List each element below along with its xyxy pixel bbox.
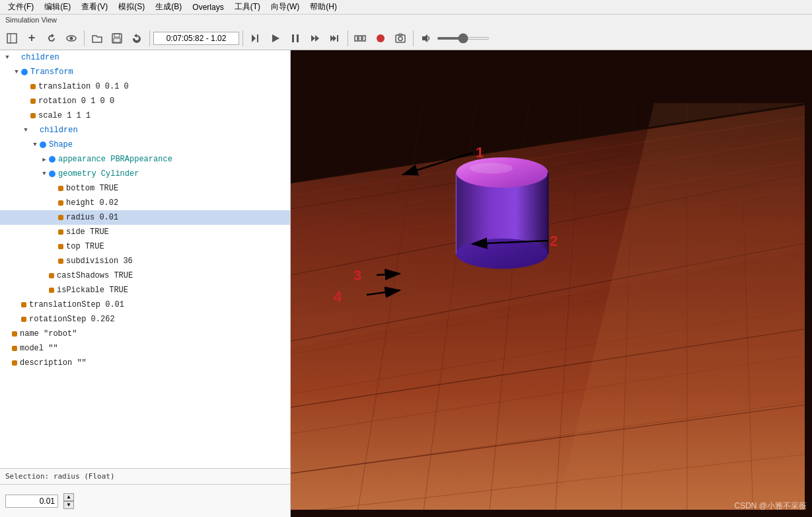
tree-node-scale[interactable]: scale 1 1 1 <box>0 108 290 123</box>
left-panel: ▼children▼Transform translation 0 0.1 0 … <box>0 50 291 517</box>
tree-node-isPickable[interactable]: isPickable TRUE <box>0 283 290 298</box>
speed-slider[interactable] <box>437 37 490 40</box>
tree-dot-subdivision <box>58 258 63 264</box>
tree-dot-radius <box>58 215 63 220</box>
status-bar: Selection: radius (Float) <box>0 468 290 484</box>
tree-node-translation[interactable]: translation 0 0.1 0 <box>0 79 290 94</box>
tree-dot-transform <box>21 69 28 75</box>
tree-dot-geometry <box>49 171 55 177</box>
tree-text-subdivision: subdivision 36 <box>66 257 133 266</box>
tree-node-rotationStep[interactable]: rotationStep 0.262 <box>0 312 290 327</box>
transport-record[interactable] <box>371 29 390 48</box>
toolbar: + 0:07:05:82 - 1.02 <box>0 26 812 50</box>
tree-dot-scale <box>30 113 36 118</box>
svg-rect-18 <box>359 36 361 41</box>
menu-overlays[interactable]: Overlays <box>187 0 229 14</box>
tree-text-description: description "" <box>20 358 87 368</box>
selection-status: Selection: radius (Float) <box>5 472 115 481</box>
tree-toggle-geometry[interactable]: ▼ <box>40 171 49 177</box>
svg-rect-8 <box>257 34 258 42</box>
tree-area[interactable]: ▼children▼Transform translation 0 0.1 0 … <box>0 50 290 468</box>
tree-dot-rotationStep <box>21 317 26 322</box>
svg-marker-24 <box>422 34 427 42</box>
tree-text-bottom: bottom TRUE <box>66 184 118 193</box>
3d-viewport[interactable]: 1 2 3 4 <box>291 50 812 517</box>
tree-dot-height <box>58 200 63 206</box>
menu-wizard[interactable]: 向导(W) <box>266 0 305 14</box>
tree-node-description[interactable]: description "" <box>0 356 290 370</box>
svg-marker-7 <box>252 34 256 42</box>
toolbar-folder[interactable] <box>88 29 106 48</box>
svg-point-3 <box>70 36 73 40</box>
tree-node-side[interactable]: side TRUE <box>0 225 290 239</box>
toolbar-panel-toggle[interactable] <box>3 29 21 48</box>
tree-dot-description <box>12 360 17 366</box>
tree-text-rotation: rotation 0 1 0 0 <box>38 97 114 106</box>
transport-ffwd[interactable] <box>306 29 324 48</box>
input-area: 0.01 ▲ ▼ <box>0 484 290 517</box>
svg-rect-16 <box>337 35 338 42</box>
transport-pause[interactable] <box>286 29 305 48</box>
transport-ffwd2[interactable] <box>326 29 344 48</box>
toolbar-save[interactable] <box>108 29 126 48</box>
tree-node-transform[interactable]: ▼Transform <box>0 65 290 79</box>
menu-help[interactable]: 帮助(H) <box>305 0 342 14</box>
spin-down[interactable]: ▼ <box>63 501 74 509</box>
tree-node-radius[interactable]: radius 0.01 <box>0 210 290 225</box>
transport-screenshot[interactable] <box>391 29 410 48</box>
tree-toggle-children-inner[interactable]: ▼ <box>21 127 30 134</box>
menubar: 文件(F) 编辑(E) 查看(V) 模拟(S) 生成(B) Overlays 工… <box>0 0 812 15</box>
toolbar-refresh[interactable] <box>42 29 61 48</box>
separator-1 <box>84 30 85 46</box>
tree-node-castShadows[interactable]: castShadows TRUE <box>0 268 290 283</box>
tree-text-shape: Shape <box>49 140 73 149</box>
svg-rect-0 <box>7 34 17 43</box>
tree-dot-model <box>12 346 17 351</box>
tree-node-top[interactable]: top TRUE <box>0 239 290 254</box>
toolbar-reset[interactable] <box>128 29 146 48</box>
tree-toggle-children-root[interactable]: ▼ <box>3 54 12 61</box>
tree-node-bottom[interactable]: bottom TRUE <box>0 181 290 196</box>
separator-4 <box>348 30 348 46</box>
tree-toggle-shape[interactable]: ▼ <box>30 141 40 148</box>
tree-text-isPickable: isPickable TRUE <box>57 286 128 295</box>
tree-node-name[interactable]: name "robot" <box>0 327 290 341</box>
spin-up[interactable]: ▲ <box>63 493 74 501</box>
main-layout: ▼children▼Transform translation 0 0.1 0 … <box>0 50 812 517</box>
svg-rect-21 <box>396 35 405 42</box>
menu-gen[interactable]: 生成(B) <box>150 0 187 14</box>
menu-view[interactable]: 查看(V) <box>76 0 113 14</box>
tree-text-side: side TRUE <box>66 227 109 237</box>
tree-text-radius: radius 0.01 <box>66 213 118 222</box>
tree-node-model[interactable]: model "" <box>0 341 290 356</box>
transport-play[interactable] <box>266 29 285 48</box>
tree-node-geometry[interactable]: ▼geometry Cylinder <box>0 167 290 181</box>
menu-tools[interactable]: 工具(T) <box>229 0 266 14</box>
svg-point-59 <box>470 163 513 173</box>
menu-sim[interactable]: 模拟(S) <box>113 0 150 14</box>
menu-edit[interactable]: 编辑(E) <box>39 0 76 14</box>
tree-dot-translation <box>30 84 36 89</box>
tree-node-children-inner[interactable]: ▼children <box>0 123 290 138</box>
value-input[interactable]: 0.01 <box>5 495 58 508</box>
tree-text-model: model "" <box>20 344 58 353</box>
menu-file[interactable]: 文件(F) <box>3 0 39 14</box>
transport-volume[interactable] <box>417 29 435 48</box>
transport-steps[interactable] <box>351 29 370 48</box>
tree-node-shape[interactable]: ▼Shape <box>0 138 290 152</box>
transport-start[interactable] <box>246 29 265 48</box>
tree-node-appearance[interactable]: ▶appearance PBRAppearance <box>0 152 290 167</box>
tree-toggle-transform[interactable]: ▼ <box>12 69 21 75</box>
tree-node-rotation[interactable]: rotation 0 1 0 0 <box>0 94 290 108</box>
tree-node-translationStep[interactable]: translationStep 0.01 <box>0 298 290 312</box>
svg-marker-15 <box>333 35 336 42</box>
tree-node-subdivision[interactable]: subdivision 36 <box>0 254 290 268</box>
toolbar-eye[interactable] <box>62 29 81 48</box>
toolbar-add[interactable]: + <box>22 29 41 48</box>
tree-toggle-appearance[interactable]: ▶ <box>40 156 49 163</box>
svg-rect-11 <box>297 34 299 42</box>
tree-node-children-root[interactable]: ▼children <box>0 50 290 65</box>
tree-text-scale: scale 1 1 1 <box>38 111 91 120</box>
tree-node-height[interactable]: height 0.02 <box>0 196 290 210</box>
svg-rect-6 <box>114 38 120 42</box>
